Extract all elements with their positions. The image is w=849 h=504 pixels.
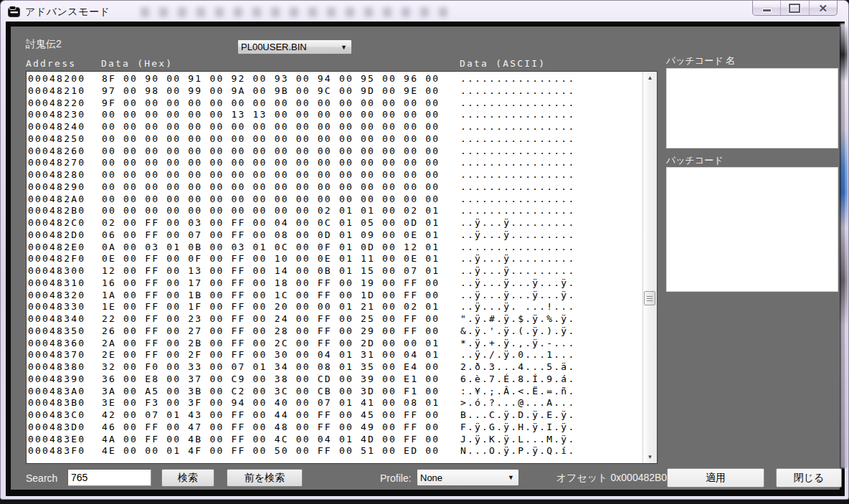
hex-row[interactable]: 000483C042 00 07 01 43 00 FF 00 44 00 FF…	[27, 409, 657, 422]
hex-row-bytes[interactable]: 36 00 E8 00 37 00 C9 00 38 00 CD 00 39 0…	[102, 374, 440, 386]
hex-row-bytes[interactable]: 00 00 00 00 00 00 00 00 00 00 00 00 00 0…	[102, 157, 440, 169]
hex-row[interactable]: 000482D006 00 FF 00 07 00 FF 00 08 00 0D…	[27, 229, 657, 242]
hex-row[interactable]: 000482008F 00 90 00 91 00 92 00 93 00 94…	[27, 73, 657, 85]
patch-code-name-list[interactable]	[666, 68, 838, 148]
desktop-glass-blur	[840, 24, 848, 468]
hex-row[interactable]: 000483201A 00 FF 00 1B 00 FF 00 1C 00 FF…	[27, 290, 657, 302]
hex-row-bytes[interactable]: 00 00 00 00 00 00 00 00 00 00 00 00 00 0…	[102, 121, 440, 133]
hex-row-address: 000483E0	[28, 434, 85, 446]
hex-row-bytes[interactable]: 00 00 00 00 00 00 00 00 00 00 00 00 00 0…	[102, 133, 440, 146]
hex-row-bytes[interactable]: 00 00 00 00 00 00 00 00 00 00 00 00 00 0…	[102, 194, 440, 206]
hex-row[interactable]: 000482C002 00 FF 00 03 00 FF 00 04 00 0C…	[27, 217, 657, 229]
hex-row[interactable]: 000483702E 00 FF 00 2F 00 FF 00 30 00 04…	[27, 349, 657, 361]
hex-row-ascii: ..ÿ...ÿ...ÿ...ÿ.	[460, 277, 575, 290]
search-button[interactable]: 検索	[161, 469, 214, 487]
maximize-button[interactable]	[781, 1, 809, 15]
close-button[interactable]: 閉じる	[776, 468, 842, 488]
hex-row[interactable]: 000483D046 00 FF 00 47 00 FF 00 48 00 FF…	[27, 422, 657, 434]
hex-row[interactable]: 0004824000 00 00 00 00 00 00 00 00 00 00…	[27, 121, 657, 133]
hex-row[interactable]: 0004821097 00 98 00 99 00 9A 00 9B 00 9C…	[27, 85, 657, 98]
hex-row-bytes[interactable]: 42 00 07 01 43 00 FF 00 44 00 FF 00 45 0…	[102, 409, 440, 422]
hex-row-bytes[interactable]: 1A 00 FF 00 1B 00 FF 00 1C 00 FF 00 1D 0…	[102, 290, 440, 302]
apply-button[interactable]: 適用	[667, 468, 764, 488]
file-select-dropdown[interactable]: PL00USER.BIN ▼	[237, 39, 352, 54]
hex-row-address: 00048370	[28, 349, 85, 361]
hex-row[interactable]: 0004825000 00 00 00 00 00 00 00 00 00 00…	[27, 133, 657, 146]
hex-row[interactable]: 000482F00E 00 FF 00 0F 00 FF 00 10 00 0E…	[27, 253, 657, 265]
hex-row-bytes[interactable]: 32 00 F0 00 33 00 07 01 34 00 08 01 35 0…	[102, 361, 440, 374]
search-previous-button[interactable]: 前を検索	[227, 469, 303, 487]
hex-row-bytes[interactable]: 3A 00 A5 00 3B 00 C2 00 3C 00 CB 00 3D 0…	[102, 386, 440, 398]
hex-row-bytes[interactable]: 2E 00 FF 00 2F 00 FF 00 30 00 04 01 31 0…	[102, 349, 440, 361]
hex-row[interactable]: 0004830012 00 FF 00 13 00 FF 00 14 00 0B…	[27, 265, 657, 277]
hex-row[interactable]: 000483B03E 00 F3 00 3F 00 94 00 40 00 07…	[27, 397, 657, 409]
hex-row-bytes[interactable]: 97 00 98 00 99 00 9A 00 9B 00 9C 00 9D 0…	[102, 85, 440, 98]
hex-row[interactable]: 0004835026 00 FF 00 27 00 FF 00 28 00 FF…	[27, 325, 657, 338]
hex-row-address: 000482F0	[28, 253, 85, 265]
hex-row-bytes[interactable]: 22 00 FF 00 23 00 FF 00 24 00 FF 00 25 0…	[102, 313, 440, 325]
close-window-button[interactable]: ✕	[810, 1, 837, 15]
hex-row-address: 000482E0	[28, 242, 85, 254]
hex-row-ascii: ................	[460, 146, 575, 158]
hex-row-bytes[interactable]: 2A 00 FF 00 2B 00 FF 00 2C 00 FF 00 2D 0…	[102, 338, 440, 350]
hex-row-bytes[interactable]: 0E 00 FF 00 0F 00 FF 00 10 00 0E 01 11 0…	[102, 253, 440, 265]
hex-row-bytes[interactable]: 06 00 FF 00 07 00 FF 00 08 00 0D 01 09 0…	[102, 229, 440, 242]
minimize-button[interactable]	[753, 1, 781, 15]
hex-row[interactable]: 000483301E 00 FF 00 1F 00 FF 00 20 00 00…	[27, 301, 657, 313]
hex-row[interactable]: 0004831016 00 FF 00 17 00 FF 00 18 00 FF…	[27, 277, 657, 290]
hex-row[interactable]: 000482B000 00 00 00 00 00 00 00 00 00 02…	[27, 205, 657, 217]
scroll-down-arrow[interactable]: ▼	[644, 451, 656, 463]
column-header-ascii: Data (ASCII)	[460, 58, 546, 69]
hex-row[interactable]: 000482E00A 00 03 01 0B 00 03 01 0C 00 0F…	[27, 242, 657, 254]
hex-row[interactable]: 0004826000 00 00 00 00 00 00 00 00 00 00…	[27, 146, 657, 158]
hex-row[interactable]: 0004838032 00 F0 00 33 00 07 01 34 00 08…	[27, 361, 657, 374]
hex-row[interactable]: 000483A03A 00 A5 00 3B 00 C2 00 3C 00 CB…	[27, 386, 657, 398]
hex-row[interactable]: 000483F04E 00 00 01 4F 00 FF 00 50 00 FF…	[27, 445, 657, 457]
profile-dropdown[interactable]: None ▼	[417, 469, 519, 486]
window-title: アドバンスモード	[25, 6, 110, 19]
hex-row-address: 00048220	[28, 98, 85, 110]
hex-row[interactable]: 0004828000 00 00 00 00 00 00 00 00 00 00…	[27, 169, 657, 181]
hex-row[interactable]: 0004839036 00 E8 00 37 00 C9 00 38 00 CD…	[27, 374, 657, 386]
hex-row[interactable]: 0004827000 00 00 00 00 00 00 00 00 00 00…	[27, 157, 657, 169]
scroll-up-arrow[interactable]: ▲	[644, 72, 656, 84]
hex-row-bytes[interactable]: 02 00 FF 00 03 00 FF 00 04 00 0C 01 05 0…	[102, 217, 440, 229]
hex-row-bytes[interactable]: 3E 00 F3 00 3F 00 94 00 40 00 07 01 41 0…	[102, 397, 440, 409]
hex-row-bytes[interactable]: 00 00 00 00 00 00 00 00 00 00 00 00 00 0…	[102, 181, 440, 194]
hex-row[interactable]: 0004834022 00 FF 00 23 00 FF 00 24 00 FF…	[27, 313, 657, 325]
hex-row-bytes[interactable]: 26 00 FF 00 27 00 FF 00 28 00 FF 00 29 0…	[102, 325, 440, 338]
chevron-down-icon: ▼	[341, 44, 348, 51]
hex-row-bytes[interactable]: 00 00 00 00 00 00 00 00 00 00 00 00 00 0…	[102, 169, 440, 181]
hex-row-bytes[interactable]: 00 00 00 00 00 00 00 00 00 00 00 00 00 0…	[102, 146, 440, 158]
hex-row-bytes[interactable]: 46 00 FF 00 47 00 FF 00 48 00 FF 00 49 0…	[102, 422, 440, 434]
hex-row[interactable]: 000483602A 00 FF 00 2B 00 FF 00 2C 00 FF…	[27, 338, 657, 350]
hex-row[interactable]: 000482A000 00 00 00 00 00 00 00 00 00 00…	[27, 194, 657, 206]
hex-editor-view[interactable]: 000482008F 00 90 00 91 00 92 00 93 00 94…	[26, 71, 658, 464]
hex-row-bytes[interactable]: 00 00 00 00 00 00 00 00 00 00 02 01 01 0…	[102, 205, 440, 217]
hex-row-address: 00048210	[28, 85, 85, 98]
hex-row-bytes[interactable]: 8F 00 90 00 91 00 92 00 93 00 94 00 95 0…	[102, 73, 440, 85]
hex-row-bytes[interactable]: 4A 00 FF 00 4B 00 FF 00 4C 00 04 01 4D 0…	[102, 434, 440, 446]
hex-row[interactable]: 0004829000 00 00 00 00 00 00 00 00 00 00…	[27, 181, 657, 194]
hex-row-bytes[interactable]: 12 00 FF 00 13 00 FF 00 14 00 0B 01 15 0…	[102, 265, 440, 277]
patch-code-list[interactable]	[666, 167, 838, 292]
search-input[interactable]	[67, 469, 151, 486]
hex-row-bytes[interactable]: 1E 00 FF 00 1F 00 FF 00 20 00 00 01 21 0…	[102, 301, 440, 313]
hex-row-bytes[interactable]: 00 00 00 00 00 00 13 13 00 00 00 00 00 0…	[102, 109, 440, 121]
chevron-down-icon: ▼	[508, 474, 516, 481]
hex-row[interactable]: 0004823000 00 00 00 00 00 13 13 00 00 00…	[27, 109, 657, 121]
scrollbar-thumb[interactable]	[644, 291, 655, 305]
titlebar[interactable]: アドバンスモード ✕	[1, 1, 848, 22]
hex-row-bytes[interactable]: 4E 00 00 01 4F 00 FF 00 50 00 FF 00 51 0…	[102, 445, 440, 457]
hex-row[interactable]: 000482209F 00 00 00 00 00 00 00 00 00 00…	[27, 98, 657, 110]
hex-row-address: 00048360	[28, 338, 85, 350]
hex-row-ascii: *.ÿ.+.ÿ.,.ÿ.-...	[460, 338, 575, 350]
hex-scrollbar[interactable]: ▲ ▼	[642, 72, 657, 463]
thumb-grip-icon	[647, 296, 653, 301]
hex-row[interactable]: 000483E04A 00 FF 00 4B 00 FF 00 4C 00 04…	[27, 434, 657, 446]
hex-row-bytes[interactable]: 0A 00 03 01 0B 00 03 01 0C 00 0F 01 0D 0…	[102, 242, 440, 254]
hex-row-address: 00048280	[28, 169, 85, 181]
hex-row-bytes[interactable]: 9F 00 00 00 00 00 00 00 00 00 00 00 00 0…	[102, 98, 440, 110]
hex-row-bytes[interactable]: 16 00 FF 00 17 00 FF 00 18 00 FF 00 19 0…	[102, 277, 440, 290]
hex-row-address: 00048200	[28, 73, 85, 85]
